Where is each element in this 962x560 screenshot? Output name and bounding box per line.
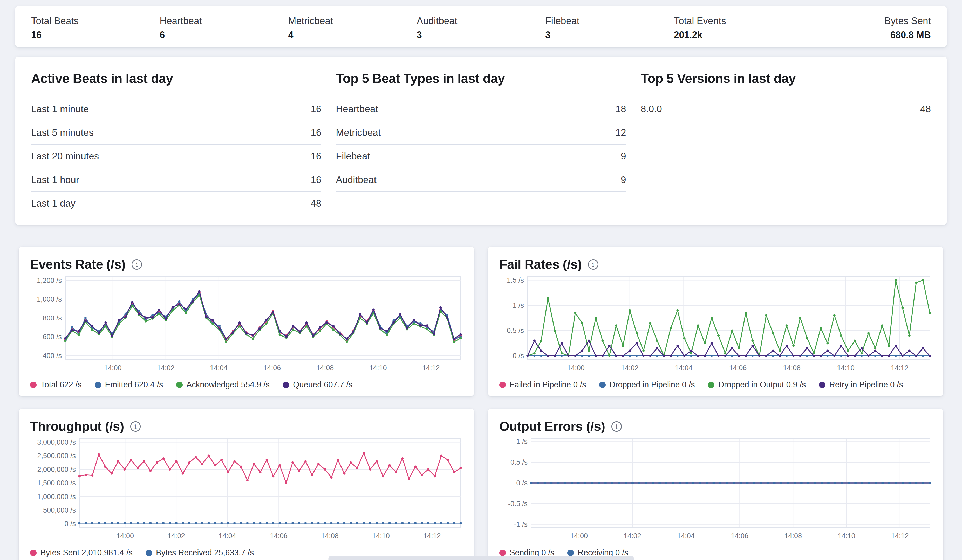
row-value: 48 (920, 104, 931, 114)
summary-lists-panel: Active Beats in last day Last 1 minute 1… (15, 56, 947, 225)
row-label: Metricbeat (336, 127, 381, 138)
legend-item-dropped-in-output[interactable]: Dropped in Output 0.9 /s (708, 380, 806, 389)
svg-text:-0.5 /s: -0.5 /s (508, 500, 528, 508)
legend-dot (819, 381, 825, 388)
legend-label: Failed in Pipeline 0 /s (510, 380, 586, 389)
output-errors-chart[interactable]: -1 /s-0.5 /s0 /s0.5 /s1 /s14:0014:0214:0… (499, 436, 932, 544)
svg-text:14:12: 14:12 (891, 364, 909, 372)
fail-rates-chart[interactable]: 0 /s0.5 /s1 /s1.5 /s14:0014:0214:0414:06… (499, 274, 932, 376)
row-value: 16 (311, 104, 321, 114)
output-errors-chart-card: Output Errors (/s) -1 /s-0.5 /s0 /s0.5 /… (488, 409, 943, 560)
legend-dot (30, 550, 37, 556)
chart-title: Events Rate (/s) (30, 257, 125, 272)
versions-panel: Top 5 Versions in last day 8.0.0 48 (641, 71, 931, 210)
stat-total-beats: Total Beats 16 (31, 16, 160, 40)
legend-dot (708, 381, 714, 388)
svg-text:14:00: 14:00 (567, 364, 585, 372)
chart-header: Events Rate (/s) (30, 257, 463, 272)
info-icon[interactable] (588, 259, 599, 270)
legend-item-acknowledged[interactable]: Acknowledged 554.9 /s (176, 380, 270, 389)
chart-title: Throughput (/s) (30, 419, 124, 434)
active-beats-panel: Active Beats in last day Last 1 minute 1… (31, 71, 321, 210)
versions-rows: 8.0.0 48 (641, 97, 931, 121)
info-icon[interactable] (130, 421, 140, 432)
row-label: Filebeat (336, 151, 370, 162)
legend-item-bytes-sent[interactable]: Bytes Sent 2,010,981.4 /s (30, 548, 132, 557)
svg-text:14:02: 14:02 (167, 532, 185, 540)
legend-dot (499, 381, 506, 388)
info-icon[interactable] (132, 259, 142, 270)
stat-metricbeat: Metricbeat 4 (288, 16, 417, 40)
list-row: Last 5 minutes 16 (31, 121, 321, 145)
list-title-active-beats: Active Beats in last day (31, 71, 321, 86)
stat-value: 16 (31, 29, 160, 40)
legend-dot (599, 381, 606, 388)
stat-value: 4 (288, 29, 417, 40)
legend-item-bytes-received[interactable]: Bytes Received 25,633.7 /s (145, 548, 254, 557)
list-row: Last 20 minutes 16 (31, 145, 321, 168)
list-row: Last 1 hour 16 (31, 168, 321, 192)
row-label: Last 1 hour (31, 174, 79, 185)
svg-text:2,000,000 /s: 2,000,000 /s (37, 466, 76, 473)
svg-text:14:04: 14:04 (677, 532, 695, 540)
legend-item-emitted[interactable]: Emitted 620.4 /s (95, 380, 163, 389)
svg-text:1 /s: 1 /s (513, 301, 524, 309)
list-row: Last 1 day 48 (31, 192, 321, 216)
svg-text:1,000 /s: 1,000 /s (37, 295, 62, 303)
legend-item-failed-in-pipeline[interactable]: Failed in Pipeline 0 /s (499, 380, 586, 389)
svg-text:14:00: 14:00 (104, 364, 122, 372)
row-value: 16 (311, 174, 321, 185)
horizontal-scrollbar[interactable] (328, 556, 634, 560)
legend-dot (145, 550, 152, 556)
svg-text:14:08: 14:08 (784, 532, 802, 540)
svg-text:14:10: 14:10 (369, 364, 387, 372)
svg-text:-1 /s: -1 /s (514, 521, 528, 528)
legend-item-total[interactable]: Total 622 /s (30, 380, 82, 389)
row-label: Heartbeat (336, 104, 378, 114)
legend-item-queued[interactable]: Queued 607.7 /s (282, 380, 352, 389)
stat-label: Total Beats (31, 16, 160, 26)
row-value: 16 (311, 127, 321, 138)
stat-label: Auditbeat (417, 16, 545, 26)
events-rate-chart[interactable]: 400 /s600 /s800 /s1,000 /s1,200 /s14:001… (30, 274, 463, 376)
stat-heartbeat: Heartbeat 6 (160, 16, 288, 40)
summary-stats-bar: Total Beats 16 Heartbeat 6 Metricbeat 4 … (15, 6, 947, 47)
svg-text:14:08: 14:08 (783, 364, 801, 372)
legend-label: Dropped in Output 0.9 /s (718, 380, 806, 389)
svg-text:1,200 /s: 1,200 /s (37, 277, 62, 285)
svg-text:14:02: 14:02 (157, 364, 175, 372)
legend-label: Bytes Received 25,633.7 /s (156, 548, 254, 557)
throughput-chart[interactable]: 0 /s500,000 /s1,000,000 /s1,500,000 /s2,… (30, 436, 463, 544)
legend-item-retry-in-pipeline[interactable]: Retry in Pipeline 0 /s (819, 380, 903, 389)
stat-total-events: Total Events 201.2k (674, 16, 802, 40)
chart-title: Fail Rates (/s) (499, 257, 582, 272)
legend-dot (95, 381, 101, 388)
beat-types-rows: Heartbeat 18 Metricbeat 12 Filebeat 9 Au… (336, 97, 626, 192)
svg-text:14:02: 14:02 (621, 364, 639, 372)
svg-text:3,000,000 /s: 3,000,000 /s (37, 438, 76, 446)
stat-auditbeat: Auditbeat 3 (417, 16, 545, 40)
svg-text:0.5 /s: 0.5 /s (507, 327, 524, 335)
beats-overview-dashboard: Total Beats 16 Heartbeat 6 Metricbeat 4 … (0, 6, 962, 560)
legend-label: Acknowledged 554.9 /s (187, 380, 270, 389)
svg-text:14:00: 14:00 (570, 532, 588, 540)
active-beats-rows: Last 1 minute 16 Last 5 minutes 16 Last … (31, 97, 321, 216)
svg-text:800 /s: 800 /s (42, 314, 62, 322)
svg-text:1 /s: 1 /s (516, 438, 528, 446)
stat-value: 680.8 MB (802, 29, 931, 40)
svg-text:1.5 /s: 1.5 /s (507, 276, 524, 284)
list-row: Metricbeat 12 (336, 121, 626, 145)
svg-text:0 /s: 0 /s (513, 352, 524, 360)
stat-value: 6 (160, 29, 288, 40)
row-value: 48 (311, 198, 321, 209)
legend-dot (282, 381, 289, 388)
svg-text:14:04: 14:04 (210, 364, 228, 372)
svg-text:0 /s: 0 /s (516, 479, 528, 487)
info-icon[interactable] (612, 421, 622, 432)
svg-text:14:02: 14:02 (624, 532, 641, 540)
svg-text:14:08: 14:08 (321, 532, 339, 540)
svg-text:14:06: 14:06 (729, 364, 747, 372)
row-value: 16 (311, 151, 321, 162)
legend-dot (176, 381, 183, 388)
legend-item-dropped-in-pipeline[interactable]: Dropped in Pipeline 0 /s (599, 380, 695, 389)
